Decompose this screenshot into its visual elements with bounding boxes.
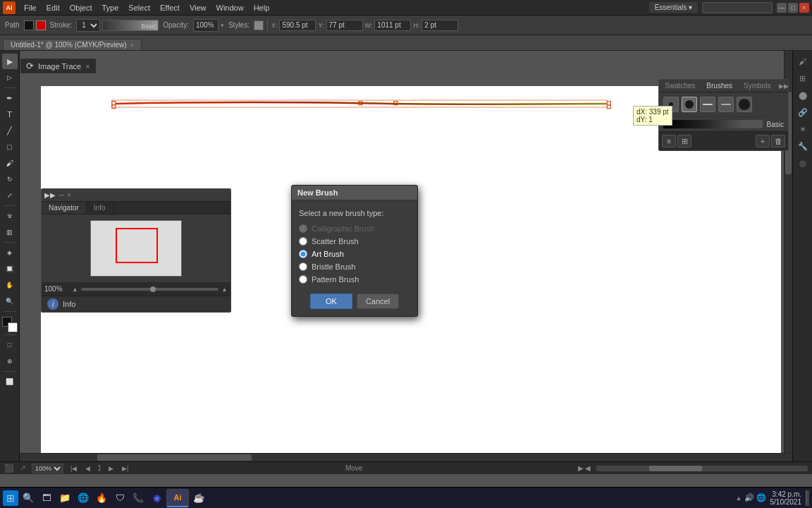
cancel-button[interactable]: Cancel: [357, 294, 399, 309]
taskbar-antivirus-icon[interactable]: 🛡: [111, 490, 128, 507]
nav-prev-btn[interactable]: ◀: [84, 465, 92, 472]
left-toolbox: ▶ ▷ ✒ T ╱ □ 🖌 ↻ ⤢ ※ ▥ ◈ 🔲 ✋ 🔍 □ ⊕ ⬜: [0, 51, 20, 461]
pattern-label: Pattern Brush: [312, 275, 359, 284]
canvas-area[interactable]: ⟳ Image Trace ×: [20, 51, 792, 461]
normal-mode-btn[interactable]: □: [2, 337, 18, 353]
line-tool[interactable]: ╱: [2, 123, 18, 138]
scale-tool[interactable]: ⤢: [2, 188, 18, 203]
taskbar-illustrator-icon[interactable]: Ai: [166, 489, 189, 507]
pen-tool[interactable]: ✒: [2, 90, 18, 106]
draw-inside-btn[interactable]: ⊕: [2, 353, 18, 369]
art-radio[interactable]: [299, 250, 307, 258]
taskbar-clock[interactable]: 3:42 p.m. 5/10/2021: [770, 490, 802, 506]
styles-label: Styles:: [226, 21, 252, 29]
color-box[interactable]: [2, 317, 18, 332]
right-panel-btn-4[interactable]: 🔗: [795, 104, 811, 120]
bristle-radio[interactable]: [299, 262, 307, 271]
nav-first-btn[interactable]: |◀: [69, 465, 78, 472]
scatter-radio[interactable]: [299, 237, 307, 246]
brush-type-radio-group: Calligraphic Brush Scatter Brush Art Bru…: [299, 224, 410, 284]
network-icon[interactable]: 🌐: [756, 493, 766, 502]
right-panel-btn-1[interactable]: 🖌: [795, 54, 811, 69]
right-panel-btn-2[interactable]: ⊞: [795, 71, 811, 86]
h-scroll-bar[interactable]: [596, 466, 808, 471]
stroke-weight-select[interactable]: 123: [76, 19, 100, 32]
calligraphic-radio[interactable]: [299, 224, 307, 233]
menu-type[interactable]: Type: [98, 2, 123, 13]
ok-button[interactable]: OK: [310, 294, 352, 309]
volume-icon[interactable]: 🔊: [744, 493, 754, 502]
calligraphic-brush-option[interactable]: Calligraphic Brush: [299, 224, 410, 233]
column-graph-tool[interactable]: ▥: [2, 224, 18, 240]
ai-search-box[interactable]: [702, 2, 773, 13]
taskbar: ⊞ 🔍 🗔 📁 🌐 🔥 🛡 📞 ◉ Ai ☕ ▲ 🔊 🌐 3:42 p.m. 5…: [0, 487, 812, 508]
zoom-tool[interactable]: 🔍: [2, 294, 18, 309]
direct-select-tool[interactable]: ▷: [2, 70, 18, 85]
background-color[interactable]: [8, 322, 18, 332]
prev-frame-btn[interactable]: ◀: [585, 464, 591, 472]
x-value: 590.5 pt: [279, 20, 316, 31]
date-display: 5/10/2021: [770, 498, 802, 506]
right-panel-btn-5[interactable]: ☀: [795, 121, 811, 137]
art-label: Art Brush: [312, 250, 344, 258]
bristle-label: Bristle Brush: [312, 262, 355, 271]
taskbar-task-view-icon[interactable]: 🗔: [38, 490, 55, 507]
close-button[interactable]: ×: [799, 3, 809, 13]
maximize-button[interactable]: □: [788, 3, 798, 13]
status-icon-1: ⬛: [4, 464, 14, 473]
show-desktop-btn[interactable]: [806, 490, 809, 506]
scatter-brush-option[interactable]: Scatter Brush: [299, 237, 410, 246]
taskbar-firefox-icon[interactable]: 🔥: [93, 490, 110, 507]
play-btn[interactable]: ▶: [578, 464, 584, 472]
right-panel-btn-3[interactable]: ⬤: [795, 87, 811, 103]
pattern-brush-option[interactable]: Pattern Brush: [299, 275, 410, 284]
fill-color-swatch[interactable]: [36, 20, 46, 30]
status-bar: ⬛ ↗ 100%50%200% |◀ ◀ 1 ▶ ▶| Move ▶ ◀: [0, 461, 812, 474]
menu-effect[interactable]: Effect: [156, 2, 184, 13]
zoom-select[interactable]: 100%50%200%: [32, 464, 63, 473]
stroke-color-swatch[interactable]: [24, 20, 34, 30]
system-tray: ▲ 🔊 🌐: [736, 493, 766, 502]
pattern-radio[interactable]: [299, 275, 307, 284]
minimize-button[interactable]: —: [777, 3, 787, 13]
paintbucket-tool[interactable]: ◈: [2, 245, 18, 260]
taskbar-browser-icon[interactable]: 🌐: [75, 490, 92, 507]
hand-tool[interactable]: ✋: [2, 277, 18, 293]
nav-next-btn[interactable]: ▶: [107, 465, 115, 472]
menu-select[interactable]: Select: [124, 2, 154, 13]
menu-object[interactable]: Object: [66, 2, 97, 13]
taskbar-teams-icon[interactable]: ◉: [148, 490, 165, 507]
nav-last-btn[interactable]: ▶|: [121, 465, 130, 472]
tab-title: Untitled-1* @ 100% (CMYK/Preview): [11, 41, 127, 49]
y-label: Y:: [318, 22, 324, 29]
right-panel-btn-7[interactable]: ◎: [795, 155, 811, 171]
menu-view[interactable]: View: [185, 2, 211, 13]
w-label: W:: [365, 22, 373, 29]
document-tab[interactable]: Untitled-1* @ 100% (CMYK/Preview) ×: [3, 39, 142, 50]
menu-file[interactable]: File: [20, 2, 41, 13]
right-panel-btn-6[interactable]: 🔧: [795, 138, 811, 154]
brush-tool[interactable]: 🖌: [2, 155, 18, 171]
type-tool[interactable]: T: [2, 107, 18, 122]
menu-help[interactable]: Help: [250, 2, 274, 13]
artboard-tool[interactable]: ⬜: [2, 374, 18, 389]
rotate-tool[interactable]: ↻: [2, 171, 18, 187]
menu-window[interactable]: Window: [212, 2, 248, 13]
taskbar-explorer-icon[interactable]: 📁: [56, 490, 73, 507]
rect-tool[interactable]: □: [2, 139, 18, 155]
menu-edit[interactable]: Edit: [42, 2, 64, 13]
art-brush-option[interactable]: Art Brush: [299, 250, 410, 258]
windows-start-btn[interactable]: ⊞: [3, 490, 18, 506]
symbol-tool[interactable]: ※: [2, 208, 18, 224]
tab-close-icon[interactable]: ×: [130, 42, 134, 49]
select-tool[interactable]: ▶: [2, 54, 18, 69]
opacity-input[interactable]: [193, 19, 219, 32]
taskbar-phone-icon[interactable]: 📞: [130, 490, 147, 507]
taskbar-search-icon[interactable]: 🔍: [20, 490, 37, 507]
workspace-selector[interactable]: Essentials ▾: [649, 2, 698, 13]
taskbar-java-icon[interactable]: ☕: [190, 490, 207, 507]
bristle-brush-option[interactable]: Bristle Brush: [299, 262, 410, 271]
eyedropper-tool[interactable]: 🔲: [2, 261, 18, 277]
new-brush-dialog: New Brush Select a new brush type: Calli…: [291, 185, 418, 317]
status-arrows: ▶ ◀: [578, 464, 591, 472]
